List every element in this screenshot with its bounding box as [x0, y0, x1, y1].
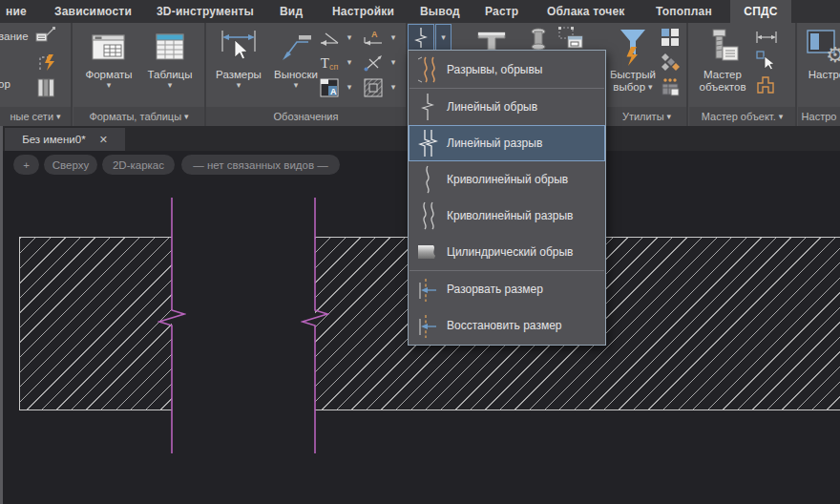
break-dropdown-button[interactable]: ▾ — [435, 24, 452, 51]
profile-shape-icon[interactable] — [754, 74, 777, 95]
select-object-icon[interactable] — [754, 50, 777, 71]
object-master-label-2: объектов — [700, 81, 746, 94]
menu-item-linear-obryv[interactable]: Линейный обрыв — [409, 89, 605, 125]
columns-icon[interactable] — [35, 76, 56, 99]
panel-label-utilities[interactable]: Утилиты ▾ — [607, 107, 686, 126]
viewport-plus-button[interactable]: + — [13, 155, 39, 175]
svg-text:A: A — [371, 30, 378, 39]
viewport-linked-views-button[interactable]: — нет связанных видов — — [181, 155, 340, 175]
panel-label-text: Утилиты — [622, 111, 664, 122]
text-style-icon[interactable]: Tсп — [318, 52, 341, 74]
chevron-down-icon: ▾ — [294, 81, 299, 90]
chevron-down-icon: ▾ — [237, 81, 242, 90]
diamonds-chain-icon[interactable] — [659, 52, 682, 73]
quick-path-icon[interactable] — [36, 51, 57, 74]
menu-item-label: Разорвать размер — [447, 283, 543, 296]
dimensions-icon — [218, 25, 260, 69]
viewport-style-label: 2D-каркас — [113, 159, 164, 171]
hatched-body-left — [19, 237, 172, 410]
ribbon-tab-topoplan[interactable]: Топоплан — [656, 0, 712, 23]
blocks-grid-icon[interactable] — [659, 76, 682, 97]
panel-label-text: Обозначения — [274, 111, 339, 122]
dimension-small-icon[interactable] — [754, 27, 777, 48]
menu-item-curved-obryv[interactable]: Криволинейный обрыв — [409, 161, 605, 198]
nets-partial-text: вание — [0, 31, 29, 43]
chevron-down-icon[interactable]: ▾ — [388, 82, 399, 92]
leader-text-icon[interactable]: A — [362, 28, 385, 49]
chevron-down-icon[interactable]: ▾ — [388, 32, 399, 42]
ribbon-tab-3d-tools[interactable]: 3D-инструменты — [157, 0, 254, 23]
menu-item-curved-razryv[interactable]: Криволинейный разрыв — [409, 198, 605, 234]
t-pillar-icon[interactable] — [472, 27, 511, 52]
dimensions-button[interactable]: Размеры ▾ — [208, 25, 269, 90]
ribbon-tab-settings[interactable]: Настройки — [332, 0, 394, 23]
formats-button[interactable]: Форматы ▾ — [79, 25, 138, 90]
chevron-down-icon[interactable]: ▾ — [344, 82, 355, 92]
ribbon-tab-raster[interactable]: Растр — [485, 0, 518, 23]
chevron-down-icon: ▾ — [648, 83, 653, 92]
single-zigzag-icon — [409, 92, 447, 122]
chevron-down-icon[interactable]: ▾ — [344, 32, 355, 42]
quick-select-funnel-icon — [617, 25, 649, 69]
panel-object-master: Мастер объектов Мастер объект. ▾ — [689, 23, 795, 126]
panel-label-object-master[interactable]: Мастер объект. ▾ — [689, 107, 795, 126]
panel-label-nets[interactable]: ные сети ▾ — [0, 107, 71, 126]
double-wave-orange-icon — [409, 54, 447, 85]
spool-icon[interactable] — [530, 26, 547, 52]
note-leader-icon[interactable] — [34, 25, 57, 50]
break-button[interactable] — [408, 24, 434, 51]
weld-mark-icon[interactable] — [362, 52, 385, 74]
menu-item-linear-razryv[interactable]: Линейный разрыв — [409, 125, 605, 161]
chevron-down-icon[interactable]: ▾ — [388, 57, 399, 67]
chevron-down-icon: ▾ — [107, 81, 112, 90]
panel-formats-tables: Форматы ▾ Таблицы ▾ Форматы, таблицы ▾ — [74, 23, 204, 126]
ribbon-tab-spds[interactable]: СПДС — [730, 0, 791, 23]
panel-label-formats-tables[interactable]: Форматы, таблицы ▾ — [74, 107, 204, 126]
settings-button[interactable]: ⚙ Настро — [798, 25, 840, 81]
selection-window-icon[interactable] — [557, 26, 584, 51]
viewport-view-button[interactable]: Сверху — [44, 155, 97, 175]
single-wave-icon — [409, 164, 447, 195]
panel-label-text: Мастер объект. — [702, 111, 776, 122]
svg-text:⚙: ⚙ — [826, 43, 840, 67]
angle-dimension-icon[interactable] — [318, 28, 341, 49]
object-master-label-1: Мастер — [704, 69, 742, 81]
ribbon-tab-point-clouds[interactable]: Облака точек — [547, 0, 625, 23]
menu-item-break-dimension[interactable]: Разорвать размер — [409, 271, 605, 307]
tables-button[interactable]: Таблицы ▾ — [140, 25, 200, 90]
ribbon-tab-view[interactable]: Вид — [280, 0, 303, 23]
nets-partial-text2: ор — [0, 78, 10, 91]
document-tab-title: Без имени0* — [22, 134, 86, 145]
quick-select-button[interactable]: Быстрый выбор ▾ — [607, 25, 659, 94]
menu-item-breaks-group[interactable]: Разрывы, обрывы — [409, 52, 605, 88]
plus-icon: + — [23, 159, 30, 171]
svg-text:A: A — [330, 87, 337, 96]
viewport-visual-style-button[interactable]: 2D-каркас — [102, 155, 175, 175]
chevron-down-icon: ▾ — [168, 81, 173, 90]
document-tab[interactable]: Без имени0* ✕ — [5, 128, 125, 151]
viewport-view-label: Сверху — [52, 159, 89, 171]
ribbon-tab-output[interactable]: Вывод — [420, 0, 460, 23]
ribbon-tab-partial[interactable]: ние — [6, 0, 27, 23]
menu-item-label: Линейный разрыв — [447, 136, 542, 150]
panel-label-settings: Настро — [798, 107, 840, 126]
chevron-down-icon[interactable]: ▾ — [344, 57, 355, 67]
tables-icon — [154, 25, 186, 69]
object-master-button[interactable]: Мастер объектов — [693, 25, 752, 94]
close-icon[interactable]: ✕ — [99, 134, 108, 146]
hatch-area-icon[interactable] — [362, 77, 385, 98]
panel-settings: ⚙ Настро Настро — [798, 23, 840, 126]
menu-item-restore-dimension[interactable]: Восстановить размер — [409, 307, 605, 344]
break-line-1 — [158, 198, 186, 453]
menu-item-cylindrical-obryv[interactable]: Цилиндрический обрыв — [409, 234, 605, 270]
menu-item-label: Криволинейный обрыв — [447, 173, 568, 186]
cylinder-icon — [409, 237, 447, 267]
linear-break-icon — [412, 26, 430, 49]
t-sub-glyph: сп — [329, 62, 338, 72]
ribbon-tab-dependencies[interactable]: Зависимости — [54, 0, 132, 23]
break-line-2 — [301, 198, 329, 453]
section-view-icon[interactable]: A — [318, 77, 341, 98]
viewport-links-label: — нет связанных видов — — [193, 159, 328, 171]
panel-label-text: Настро — [802, 111, 837, 122]
group-squares-icon[interactable] — [659, 27, 682, 48]
